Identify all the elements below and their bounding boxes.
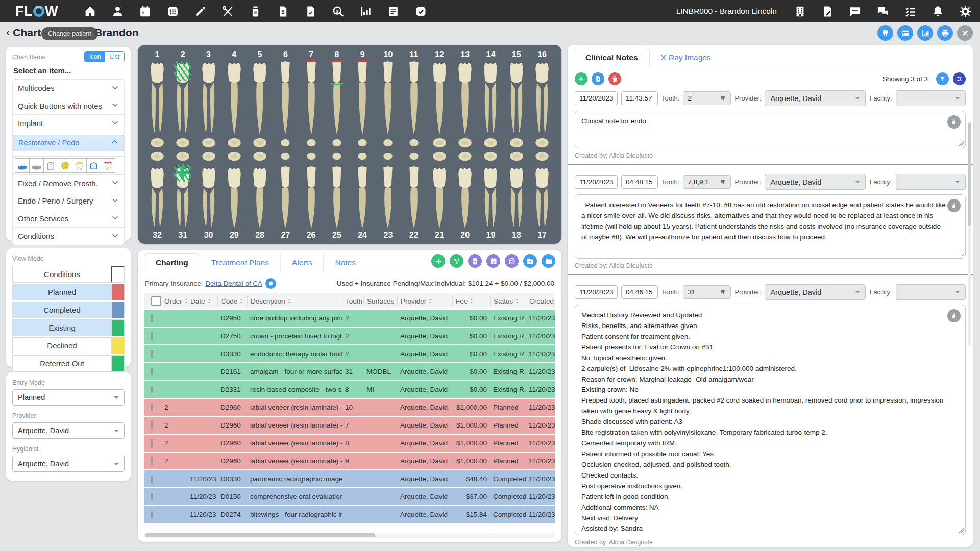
tooth-29[interactable]: 29	[222, 151, 247, 241]
tooth-button[interactable]	[877, 25, 893, 41]
sort-icon[interactable]	[516, 297, 519, 305]
row-checkbox[interactable]	[151, 421, 153, 429]
tooth-5-occlusal[interactable]	[252, 137, 267, 151]
tooth-28[interactable]: 28	[248, 151, 272, 241]
tooth-18[interactable]: 18	[504, 151, 529, 241]
print-button[interactable]	[937, 25, 953, 41]
entry-mode-select[interactable]: Planned	[12, 389, 125, 406]
tooth-2-occlusal[interactable]	[175, 137, 190, 151]
tab-charting[interactable]: Charting	[144, 253, 200, 272]
table-row[interactable]: 11/20/23 D0274 bitewings - four radiogra…	[144, 506, 555, 523]
row-checkbox[interactable]	[151, 368, 153, 375]
table-row[interactable]: 2 D2960 labial veneer (resin laminate) -…	[144, 453, 555, 469]
table-row[interactable]: 2 D2960 labial veneer (resin laminate) -…	[144, 417, 555, 434]
row-checkbox[interactable]	[151, 457, 153, 465]
branch-button[interactable]	[450, 254, 463, 268]
note-date-field[interactable]: 11/20/2023	[575, 175, 618, 189]
plus-button[interactable]	[575, 72, 587, 85]
calendar-icon[interactable]	[139, 5, 152, 18]
note-time-field[interactable]: 04:46:15	[621, 285, 658, 299]
table-row[interactable]: 2 D2960 labial veneer (resin laminate) -…	[144, 399, 555, 416]
tooth-22-occlusal[interactable]	[406, 151, 422, 164]
tooth-2[interactable]: 2	[170, 49, 195, 151]
note-provider-select[interactable]: Arquette, David	[765, 90, 866, 106]
sort-icon[interactable]	[429, 297, 432, 305]
column-header-status[interactable]: Status	[490, 296, 526, 306]
toggle-icon[interactable]: Icon	[85, 52, 106, 62]
note-text[interactable]: Patient interested in Veneers for teeth …	[575, 194, 966, 259]
provider-select[interactable]: Arquette, David	[12, 422, 125, 439]
tooth-15[interactable]: 15	[504, 49, 529, 151]
cal-check-button[interactable]	[486, 254, 500, 268]
insurance-link[interactable]: Delta Dental of CA	[205, 280, 262, 287]
tooth-4[interactable]: 4	[222, 49, 247, 151]
contract-icon[interactable]	[821, 5, 834, 18]
search-dollar-icon[interactable]: $	[332, 5, 345, 18]
view-mode-planned[interactable]: Planned	[12, 284, 125, 300]
table-row[interactable]: D2950 core buildup including any pins 2 …	[144, 310, 555, 327]
table-row[interactable]: D2161 amalgam - four or more surfaces 31…	[144, 363, 555, 380]
tooth-10[interactable]: 10	[376, 49, 400, 151]
tooth-28-occlusal[interactable]	[252, 151, 267, 164]
close-button[interactable]	[957, 25, 973, 41]
tooth-27-occlusal[interactable]	[278, 151, 293, 164]
column-header-order[interactable]: Order	[161, 296, 187, 306]
tab-x-ray-images[interactable]: X-Ray Images	[650, 48, 722, 67]
sort-icon[interactable]	[240, 297, 243, 305]
tab-treatment-plans[interactable]: Treatment Plans	[200, 254, 281, 272]
resize-handle-icon[interactable]	[959, 140, 964, 146]
tasks-icon[interactable]	[904, 5, 917, 18]
tooth-15-occlusal[interactable]	[509, 137, 524, 151]
coins-button[interactable]	[505, 254, 519, 268]
row-checkbox[interactable]	[151, 314, 153, 322]
vertical-scrollbar[interactable]	[968, 121, 971, 346]
tooth-24[interactable]: 24	[350, 151, 375, 241]
note-tooth-field[interactable]: 2	[683, 91, 731, 105]
keypad-icon[interactable]	[166, 5, 179, 18]
lock-icon[interactable]	[947, 115, 961, 129]
tooth-11-occlusal[interactable]	[406, 137, 422, 151]
tooth-16-occlusal[interactable]	[534, 137, 550, 151]
row-checkbox[interactable]	[151, 350, 153, 358]
row-checkbox[interactable]	[151, 475, 153, 483]
sidebar-item-quick-buttons-with-notes[interactable]: Quick Buttons with notes	[13, 97, 124, 115]
resize-handle-icon[interactable]	[959, 527, 964, 533]
tooth-14-occlusal[interactable]	[483, 137, 498, 151]
sidebar-item-fixed-remove-prosth[interactable]: Fixed / Remove Prosth.	[13, 174, 124, 192]
crown-white-icon[interactable]	[43, 158, 58, 173]
scrollbar-thumb[interactable]	[145, 533, 375, 537]
tooth-8-occlusal[interactable]	[329, 137, 345, 151]
toggle-list[interactable]: List	[105, 52, 124, 62]
sidebar-item-conditions[interactable]: Conditions	[13, 227, 124, 245]
doc-check-icon[interactable]	[304, 5, 317, 18]
tooth-21-occlusal[interactable]	[432, 151, 447, 164]
chat-icon[interactable]	[876, 5, 889, 18]
tooth-7[interactable]: 7	[299, 49, 324, 151]
table-row[interactable]: D2750 crown - porcelain fused to high no…	[144, 328, 555, 344]
sidebar-item-implant[interactable]: Implant	[13, 114, 124, 132]
view-mode-conditions[interactable]: Conditions	[12, 266, 125, 283]
column-header-fee[interactable]: Fee	[452, 296, 490, 306]
tooth-31-occlusal[interactable]	[175, 151, 190, 164]
sidebar-item-multicodes[interactable]: Multicodes	[13, 80, 124, 97]
tooth-30-occlusal[interactable]	[201, 151, 216, 164]
row-checkbox[interactable]	[151, 439, 153, 447]
sidebar-item-restorative-pedo[interactable]: Restorative / Pedo	[13, 135, 124, 151]
tooth-5[interactable]: 5	[248, 49, 272, 151]
column-header-created[interactable]: Created	[526, 296, 555, 306]
tooth-13[interactable]: 13	[453, 49, 477, 151]
back-arrow-icon[interactable]: ‹	[6, 26, 10, 39]
column-header-code[interactable]: Code	[217, 296, 247, 306]
tooth-yellow-icon[interactable]	[72, 158, 87, 173]
denture-gray-icon[interactable]	[29, 158, 44, 173]
note-facility-select[interactable]	[896, 90, 966, 106]
flow-logo[interactable]: FLW	[15, 5, 58, 18]
tooth-3[interactable]: 3	[197, 49, 221, 151]
table-row[interactable]: 2 D2960 labial veneer (resin laminate) -…	[144, 435, 555, 452]
tooth-25[interactable]: 25	[325, 151, 349, 241]
hygienist-select[interactable]: Arquette, David	[12, 456, 125, 472]
view-mode-completed[interactable]: Completed	[12, 302, 125, 318]
tooth-23[interactable]: 23	[376, 151, 400, 241]
tooth-29-occlusal[interactable]	[227, 151, 242, 164]
view-mode-existing[interactable]: Existing	[12, 319, 125, 336]
